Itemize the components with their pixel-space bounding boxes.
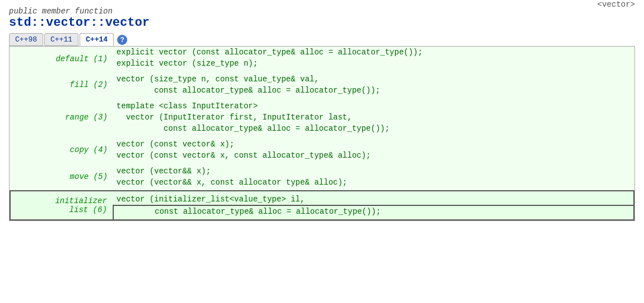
code-init-1: vector (initializer_list<value_type> il, xyxy=(113,191,634,205)
code-table: default (1) explicit vector (const alloc… xyxy=(10,47,634,221)
code-table-wrapper: default (1) explicit vector (const alloc… xyxy=(9,46,635,221)
table-row: fill (2) vector (size_type n, const valu… xyxy=(10,71,634,85)
table-row: move (5) vector (vector&& x); xyxy=(10,163,634,177)
public-member-label: public member function xyxy=(9,7,635,16)
tabs-row: C++98 C++11 C++14 ? xyxy=(9,33,635,46)
label-initializer: initializerlist (6) xyxy=(10,191,113,220)
table-row: copy (4) vector (const vector& x); xyxy=(10,136,634,150)
label-fill: fill (2) xyxy=(10,71,113,98)
label-range: range (3) xyxy=(10,98,113,136)
label-default: default (1) xyxy=(10,47,113,71)
code-copy-1: vector (const vector& x); xyxy=(113,136,634,150)
code-default-2: explicit vector (size_type n); xyxy=(113,58,634,71)
title-suffix: ::vector xyxy=(90,16,150,30)
code-init-2: const allocator_type& alloc = allocator_… xyxy=(113,205,634,220)
function-title: std::vector::vector xyxy=(9,16,150,30)
page-header: public member function std::vector::vect… xyxy=(9,7,635,30)
title-prefix: std:: xyxy=(9,16,46,30)
code-range-3: const allocator_type& alloc = allocator_… xyxy=(113,123,634,136)
table-row: range (3) template <class InputIterator> xyxy=(10,98,634,112)
code-fill-1: vector (size_type n, const value_type& v… xyxy=(113,71,634,85)
help-icon[interactable]: ? xyxy=(117,35,127,45)
code-range-1: template <class InputIterator> xyxy=(113,98,634,112)
code-move-2: vector (vector&& x, const allocator type… xyxy=(113,177,634,191)
code-copy-2: vector (const vector& x, const allocator… xyxy=(113,150,634,163)
code-range-2: vector (InputIterator first, InputIterat… xyxy=(113,112,634,123)
label-copy: copy (4) xyxy=(10,136,113,163)
tab-cpp98[interactable]: C++98 xyxy=(9,33,43,46)
label-move: move (5) xyxy=(10,163,113,191)
table-row: default (1) explicit vector (const alloc… xyxy=(10,47,634,58)
table-row-highlighted: initializerlist (6) vector (initializer_… xyxy=(10,191,634,205)
tab-cpp14[interactable]: C++14 xyxy=(80,33,114,46)
code-move-1: vector (vector&& x); xyxy=(113,163,634,177)
code-fill-2: const allocator_type& alloc = allocator_… xyxy=(113,85,634,98)
code-default-1: explicit vector (const allocator_type& a… xyxy=(113,47,634,58)
tab-cpp11[interactable]: C++11 xyxy=(44,33,78,46)
vector-header-right: <vector> xyxy=(597,0,635,9)
title-main: vector xyxy=(46,16,90,30)
